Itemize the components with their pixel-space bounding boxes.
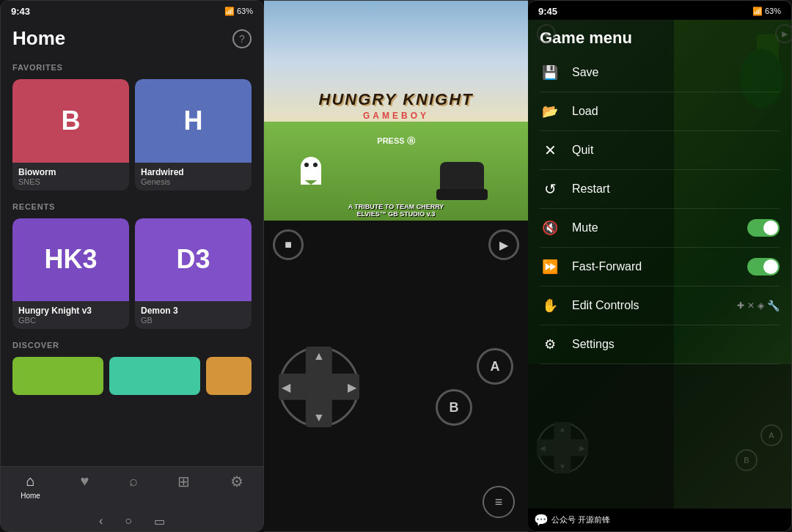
edit-controls-extras: ✚ ✕ ◈ 🔧 (737, 300, 780, 311)
game-title-area: HUNGRY KNIGHT GAMEBOY PRESS ⓐ (319, 90, 474, 147)
mini-dpad-up: ▲ (559, 425, 566, 433)
stop-button[interactable]: ■ (273, 229, 304, 260)
b-button[interactable]: B (436, 389, 472, 426)
mini-action-buttons: A B (736, 424, 782, 471)
game-menu-screen: Game menu 💾 Save 📂 Load ✕ Quit (528, 20, 791, 531)
discover-thumb-2[interactable] (109, 357, 200, 395)
fastforward-toggle[interactable] (747, 258, 780, 276)
mini-play-btn: ▶ (775, 24, 792, 43)
game-name-d3: Demon 3 (141, 306, 246, 316)
game-info-bioworm: Bioworm SNES (12, 163, 129, 191)
wechat-icon: 💬 (534, 513, 549, 527)
game-card-hk3[interactable]: HK3 Hungry Knight v3 GBC (12, 218, 129, 330)
dpad-left[interactable]: ◀ (282, 380, 290, 394)
controls-area: ■ ▶ ▲ ▼ ◀ ▶ (264, 221, 528, 531)
fastforward-icon: ⏩ (540, 256, 560, 277)
nav-library[interactable]: ⊞ (170, 473, 197, 490)
fastforward-menu-item[interactable]: ⏩ Fast-Forward (528, 248, 791, 286)
game-info-hardwired: Hardwired Genesis (135, 163, 252, 191)
mini-dpad-down: ▼ (559, 462, 566, 470)
status-bar-3: 9:45 📶 63% (528, 1, 791, 20)
mini-controls-row: ▲ ▼ ◀ ▶ A B (537, 400, 782, 473)
load-icon: 📂 (540, 101, 560, 122)
game-info-d3: Demon 3 GB (135, 301, 252, 329)
settings-icon: ⚙ (230, 473, 243, 490)
game-image-area: HUNGRY KNIGHT GAMEBOY PRESS ⓐ (264, 1, 528, 221)
game-platform-bioworm: SNES (18, 177, 123, 186)
play-button[interactable]: ▶ (488, 229, 519, 260)
signal-icon: 📶 (224, 7, 235, 16)
page-title: Home (12, 27, 65, 50)
save-icon: 💾 (540, 62, 560, 83)
discover-row (12, 357, 252, 395)
save-menu-item[interactable]: 💾 Save (528, 53, 791, 92)
hamburger-icon: ≡ (495, 495, 503, 510)
menu-fab-button[interactable]: ≡ (483, 486, 515, 518)
nav-settings[interactable]: ⚙ (223, 473, 251, 490)
extra-icon-4: 🔧 (767, 300, 780, 311)
action-buttons: A B (436, 348, 513, 426)
game-sub-title: GAMEBOY (319, 111, 474, 121)
mini-b-row: B (736, 449, 782, 471)
recents-button[interactable]: ▭ (154, 514, 165, 528)
game-card-bioworm[interactable]: B Bioworm SNES (12, 79, 129, 191)
quit-menu-item[interactable]: ✕ Quit (528, 131, 791, 169)
game-platform-hardwired: Genesis (141, 177, 246, 186)
game-card-hardwired[interactable]: H Hardwired Genesis (135, 79, 252, 191)
discover-label: DISCOVER (12, 341, 252, 350)
dpad-right[interactable]: ▶ (348, 380, 356, 394)
stop-icon: ■ (285, 238, 292, 251)
mute-toggle-knob (763, 221, 778, 235)
dpad-down[interactable]: ▼ (313, 411, 325, 424)
game-info-hk3: Hungry Knight v3 GBC (12, 301, 129, 329)
game-card-d3[interactable]: D3 Demon 3 GB (135, 218, 252, 330)
restart-menu-item[interactable]: ↺ Restart (528, 170, 791, 208)
nav-search[interactable]: ⌕ (122, 473, 145, 489)
extra-icon-3: ◈ (758, 300, 764, 311)
nav-home[interactable]: ⌂ Home (13, 473, 48, 500)
load-menu-item[interactable]: 📂 Load (528, 92, 791, 130)
extra-icon-2: ✕ (747, 300, 755, 311)
save-label: Save (572, 66, 780, 79)
editcontrols-menu-item[interactable]: ✋ Edit Controls ✚ ✕ ◈ 🔧 (528, 287, 791, 325)
settings-icon-3: ⚙ (540, 334, 560, 355)
time-3: 9:45 (538, 6, 557, 17)
time-1: 9:43 (11, 6, 30, 17)
home-icon: ⌂ (26, 473, 35, 489)
discover-thumb-3[interactable] (206, 357, 252, 395)
game-thumb-d3: D3 (135, 218, 252, 302)
nav-favorites[interactable]: ♥ (73, 473, 96, 489)
dpad[interactable]: ▲ ▼ ◀ ▶ (279, 347, 359, 427)
editcontrols-icon: ✋ (540, 295, 560, 316)
home-button[interactable]: ○ (125, 514, 132, 528)
restart-label: Restart (572, 182, 780, 196)
favorites-grid: B Bioworm SNES H Hardwired Genesis (12, 79, 252, 191)
status-icons-3: 📶 63% (752, 7, 781, 16)
dpad-up[interactable]: ▲ (313, 350, 325, 363)
status-icons-1: 📶 63% (224, 7, 253, 16)
discover-thumb-1[interactable] (12, 357, 103, 395)
heart-icon: ♥ (80, 473, 89, 489)
recents-label: RECENTS (12, 202, 252, 211)
load-label: Load (572, 105, 780, 118)
back-button[interactable]: ‹ (99, 514, 103, 528)
mute-menu-item[interactable]: 🔇 Mute (528, 209, 791, 247)
status-bar-1: 9:43 📶 63% (1, 1, 263, 20)
home-phone: 9:43 📶 63% Home ? FAVORITES B Bioworm SN… (0, 0, 264, 532)
mini-a-row: A (736, 424, 782, 446)
help-button[interactable]: ? (232, 29, 252, 48)
quit-icon: ✕ (540, 140, 560, 160)
home-indicator: ‹ ○ ▭ (1, 510, 263, 531)
mini-dpad-left: ◀ (540, 443, 546, 451)
top-buttons: ■ ▶ (273, 229, 519, 260)
game-thumb-hk3: HK3 (12, 218, 129, 302)
home-screen: Home ? FAVORITES B Bioworm SNES H Hardwi… (1, 20, 263, 466)
a-button[interactable]: A (477, 348, 513, 385)
settings-menu-item[interactable]: ⚙ Settings (528, 325, 791, 363)
game-visual: HUNGRY KNIGHT GAMEBOY PRESS ⓐ (264, 1, 528, 221)
game-menu-phone: 9:45 📶 63% Game menu 💾 Save (528, 0, 792, 532)
mute-toggle[interactable] (747, 219, 780, 237)
search-icon: ⌕ (129, 473, 138, 489)
watermark-bar: 💬 公众号 开源前锋 (528, 509, 791, 531)
game-name-hk3: Hungry Knight v3 (18, 306, 123, 316)
